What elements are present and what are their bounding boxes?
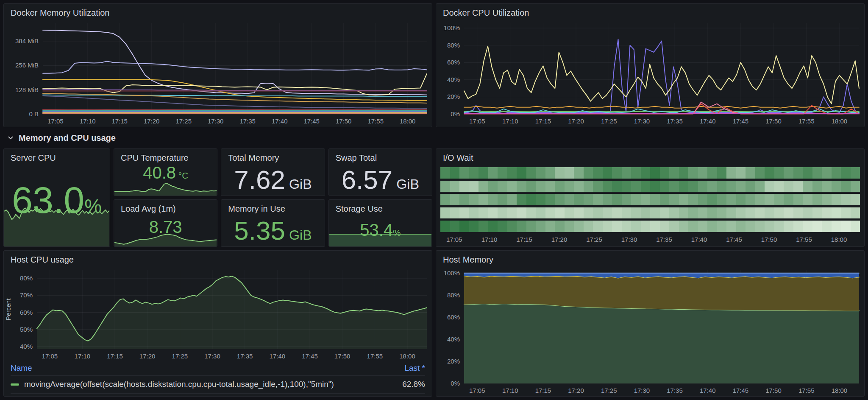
heatmap-cell	[669, 167, 679, 179]
svg-text:17:40: 17:40	[691, 236, 707, 243]
panel-title-docker-cpu[interactable]: Docker CPU Utilization	[436, 4, 864, 19]
heatmap-cell	[736, 167, 746, 179]
total-memory-stat[interactable]: 7.62 GiB	[221, 164, 324, 196]
heatmap-cell	[507, 194, 517, 205]
heatmap-cell	[784, 194, 793, 205]
heatmap-cell	[545, 181, 555, 192]
heatmap-cell	[851, 181, 860, 192]
legend-series-name[interactable]: movingAverage(offset(scale(hosts.disksta…	[24, 380, 334, 389]
heatmap-cell	[631, 181, 641, 192]
heatmap-cell	[488, 221, 498, 232]
legend-last-header[interactable]: Last *	[404, 364, 425, 373]
heatmap-cell	[641, 221, 651, 232]
server-cpu-stat[interactable]: 63.0%	[4, 164, 110, 246]
docker-memory-chart[interactable]: 17:0517:1017:1517:2017:2517:3017:3517:40…	[4, 19, 432, 127]
heatmap-cell	[488, 181, 498, 192]
io-wait-heatmap[interactable]: 17:0517:1017:1517:2017:2517:3017:3517:40…	[436, 164, 864, 246]
svg-text:17:55: 17:55	[798, 387, 815, 394]
svg-text:17:15: 17:15	[111, 117, 128, 125]
heatmap-cell	[851, 194, 860, 205]
heatmap-cell	[707, 194, 717, 205]
panel-memory-in-use: Memory in Use 5.35 GiB	[221, 199, 325, 247]
heatmap-cell	[526, 194, 536, 205]
heatmap-cell	[584, 207, 593, 219]
heatmap-cell	[803, 194, 812, 205]
heatmap-cell	[536, 194, 545, 205]
panel-title-memory-in-use[interactable]: Memory in Use	[221, 200, 324, 215]
heatmap-cell	[746, 194, 755, 205]
panel-title-host-memory[interactable]: Host Memory	[436, 251, 864, 266]
heatmap-cell	[755, 181, 765, 192]
heatmap-cell	[698, 221, 708, 232]
heatmap-cell	[459, 181, 469, 192]
heatmap-cell	[746, 221, 755, 232]
legend-row[interactable]: movingAverage(offset(scale(hosts.disksta…	[11, 376, 425, 394]
heatmap-x-axis: 17:0517:1017:1517:2017:2517:3017:3517:40…	[440, 235, 860, 245]
heatmap-cell	[641, 167, 651, 179]
panel-title-swap-total[interactable]: Swap Total	[329, 149, 432, 164]
svg-text:17:30: 17:30	[621, 236, 637, 243]
panel-title-cpu-temperature[interactable]: CPU Temperature	[114, 149, 217, 164]
heatmap-cell	[736, 207, 746, 219]
swap-total-stat[interactable]: 6.57 GiB	[329, 164, 432, 196]
heatmap-cell	[469, 221, 479, 232]
section-header-memory-cpu[interactable]: Memory and CPU usage	[3, 131, 865, 145]
heatmap-cell	[584, 221, 593, 232]
svg-text:17:30: 17:30	[208, 117, 224, 125]
host-cpu-chart[interactable]: 17:0517:1017:1517:2017:2517:3017:3517:40…	[4, 266, 432, 362]
legend-series-last-value: 62.8%	[402, 380, 425, 389]
cpu-temperature-sparkline	[114, 181, 217, 196]
heatmap-cell	[793, 181, 803, 192]
heatmap-cell	[669, 207, 679, 219]
load-avg-stat[interactable]: 8.73	[114, 215, 217, 246]
panel-title-load-avg[interactable]: Load Avg (1m)	[114, 200, 217, 215]
heatmap-cell	[822, 207, 832, 219]
heatmap-cell	[698, 167, 708, 179]
heatmap-cell	[765, 167, 774, 179]
panel-title-host-cpu[interactable]: Host CPU usage	[4, 251, 432, 266]
heatmap-cell	[812, 167, 822, 179]
heatmap-cell	[774, 167, 784, 179]
heatmap-cell	[641, 207, 651, 219]
panel-title-total-memory[interactable]: Total Memory	[221, 149, 324, 164]
svg-text:17:55: 17:55	[798, 117, 815, 125]
heatmap-cell	[660, 221, 670, 232]
heatmap-cell	[822, 181, 832, 192]
cpu-temperature-stat[interactable]: 40.8 °C	[114, 164, 217, 196]
heatmap-cell	[765, 221, 774, 232]
heatmap-row	[440, 221, 860, 232]
heatmap-cell	[812, 221, 822, 232]
heatmap-cell	[574, 207, 584, 219]
heatmap-cell	[440, 221, 450, 232]
heatmap-cell	[774, 207, 784, 219]
host-memory-chart[interactable]: 17:0517:1017:1517:2017:2517:3017:3517:40…	[436, 266, 864, 396]
svg-text:17:50: 17:50	[765, 387, 782, 394]
svg-text:18:00: 18:00	[832, 117, 848, 125]
storage-use-stat[interactable]: 53.4%	[329, 215, 432, 246]
svg-text:17:40: 17:40	[272, 117, 288, 125]
memory-in-use-stat[interactable]: 5.35 GiB	[221, 215, 324, 246]
heatmap-cell	[565, 207, 574, 219]
panel-title-docker-memory[interactable]: Docker Memory Utilization	[4, 4, 432, 19]
legend-name-header[interactable]: Name	[11, 364, 32, 373]
heatmap-cell	[469, 194, 479, 205]
heatmap-cell	[526, 221, 536, 232]
heatmap-cell	[517, 207, 526, 219]
heatmap-cell	[469, 181, 479, 192]
heatmap-cell	[488, 194, 498, 205]
svg-text:17:55: 17:55	[367, 117, 384, 125]
heatmap-cell	[803, 207, 812, 219]
panel-title-server-cpu[interactable]: Server CPU	[4, 149, 110, 164]
section-title: Memory and CPU usage	[19, 133, 116, 143]
heatmap-cell	[450, 207, 460, 219]
svg-text:17:10: 17:10	[80, 117, 96, 125]
docker-cpu-chart[interactable]: 17:0517:1017:1517:2017:2517:3017:3517:40…	[436, 19, 864, 127]
panel-swap-total: Swap Total 6.57 GiB	[328, 148, 432, 196]
heatmap-cell	[679, 167, 689, 179]
heatmap-cell	[526, 207, 536, 219]
panel-title-io-wait[interactable]: I/O Wait	[436, 149, 864, 164]
panel-title-storage-use[interactable]: Storage Use	[329, 200, 432, 215]
heatmap-cell	[784, 221, 793, 232]
heatmap-cell	[574, 181, 584, 192]
heatmap-row	[440, 207, 860, 219]
